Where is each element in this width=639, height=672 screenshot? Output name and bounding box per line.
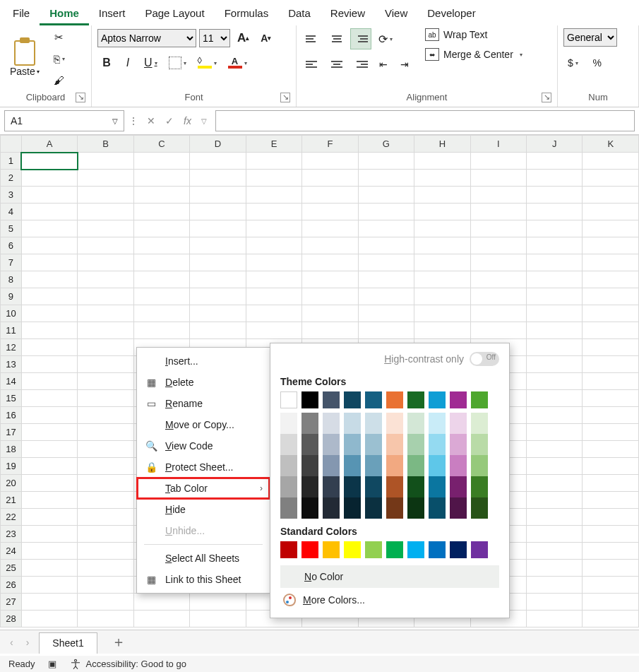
cell[interactable] (358, 220, 414, 237)
color-swatch[interactable] (365, 434, 382, 455)
cell[interactable] (583, 237, 639, 254)
ctx-link-to-sheet[interactable]: ▦Link to this Sheet (137, 569, 270, 590)
row-header[interactable]: 19 (1, 458, 22, 475)
cell[interactable] (78, 170, 133, 187)
row-header[interactable]: 11 (1, 322, 22, 339)
color-swatch[interactable] (344, 391, 361, 408)
cell[interactable] (583, 305, 639, 322)
cell[interactable] (133, 204, 189, 220)
color-swatch[interactable] (301, 434, 318, 455)
accounting-format-button[interactable]: $ (563, 54, 583, 72)
cell[interactable] (527, 220, 583, 237)
cell[interactable] (21, 187, 77, 204)
cell[interactable] (78, 475, 133, 492)
cell[interactable] (527, 526, 583, 543)
border-button[interactable] (165, 54, 191, 72)
cell[interactable] (21, 220, 77, 237)
color-swatch[interactable] (450, 434, 467, 455)
row-header[interactable]: 7 (1, 254, 22, 271)
align-bottom-button[interactable] (350, 28, 371, 49)
cell[interactable] (21, 237, 77, 254)
color-swatch[interactable] (301, 541, 318, 558)
cell[interactable] (527, 577, 583, 594)
cell[interactable] (527, 254, 583, 271)
row-header[interactable]: 17 (1, 424, 22, 441)
cell[interactable] (21, 611, 77, 627)
cell[interactable] (78, 492, 133, 509)
merge-center-button[interactable]: ⬌Merge & Center (425, 48, 522, 61)
cell[interactable] (78, 288, 133, 305)
cell[interactable] (414, 305, 470, 322)
cell[interactable] (133, 254, 189, 271)
cell[interactable] (527, 322, 583, 339)
cell[interactable] (246, 322, 301, 339)
ctx-delete[interactable]: ▦Delete (137, 372, 270, 393)
cell[interactable] (190, 220, 246, 237)
color-swatch[interactable] (301, 476, 318, 497)
column-header[interactable]: B (78, 136, 133, 153)
cell[interactable] (527, 339, 583, 356)
cell[interactable] (358, 153, 414, 170)
cell[interactable] (414, 220, 470, 237)
cell[interactable] (246, 305, 301, 322)
formula-input[interactable] (215, 110, 635, 131)
color-swatch[interactable] (386, 455, 403, 476)
color-swatch[interactable] (301, 497, 318, 519)
cell[interactable] (190, 611, 246, 627)
cell[interactable] (583, 220, 639, 237)
color-swatch[interactable] (429, 434, 446, 455)
cell[interactable] (246, 153, 301, 170)
color-swatch[interactable] (323, 497, 340, 519)
cell[interactable] (78, 594, 133, 611)
cancel-formula-button[interactable]: ✕ (143, 114, 160, 128)
color-swatch[interactable] (344, 541, 361, 558)
cell[interactable] (133, 237, 189, 254)
cell[interactable] (21, 577, 77, 594)
cell[interactable] (358, 288, 414, 305)
row-header[interactable]: 8 (1, 271, 22, 288)
decrease-indent-button[interactable]: ⇤ (374, 55, 393, 73)
cell[interactable] (21, 322, 77, 339)
cell[interactable] (583, 509, 639, 526)
cell[interactable] (358, 237, 414, 254)
cell[interactable] (133, 305, 189, 322)
accessibility-status[interactable]: Accessibility: Good to go (69, 658, 186, 671)
cell[interactable] (78, 356, 133, 373)
number-format-select[interactable]: General (563, 28, 617, 47)
cell[interactable] (527, 475, 583, 492)
more-colors-button[interactable]: More Colors... (280, 588, 499, 612)
cell[interactable] (583, 526, 639, 543)
cell[interactable] (190, 288, 246, 305)
row-header[interactable]: 27 (1, 594, 22, 611)
cell[interactable] (78, 611, 133, 627)
next-sheet-button[interactable]: › (26, 637, 30, 648)
cell[interactable] (133, 170, 189, 187)
ctx-view-code[interactable]: 🔍View Code (137, 435, 270, 456)
cell[interactable] (78, 305, 133, 322)
cell[interactable] (78, 543, 133, 560)
cell[interactable] (358, 170, 414, 187)
cell[interactable] (583, 560, 639, 577)
column-header[interactable]: K (583, 136, 639, 153)
color-swatch[interactable] (280, 455, 297, 476)
prev-sheet-button[interactable]: ‹ (10, 637, 13, 648)
cell[interactable] (583, 254, 639, 271)
color-swatch[interactable] (407, 541, 424, 558)
name-box[interactable]: A1▽ (4, 110, 124, 131)
percent-format-button[interactable]: % (588, 54, 607, 72)
color-swatch[interactable] (323, 476, 340, 497)
cell[interactable] (470, 322, 526, 339)
cell[interactable] (246, 204, 301, 220)
color-swatch[interactable] (450, 391, 467, 408)
cell[interactable] (414, 322, 470, 339)
cell[interactable] (527, 170, 583, 187)
cell[interactable] (583, 187, 639, 204)
color-swatch[interactable] (365, 541, 382, 558)
cell[interactable] (527, 492, 583, 509)
align-center-button[interactable] (326, 54, 347, 75)
tab-file[interactable]: File (3, 3, 40, 25)
select-all-corner[interactable] (1, 136, 22, 153)
fill-color-button[interactable]: ◊ (193, 54, 221, 72)
underline-button[interactable]: U (140, 54, 162, 72)
cell[interactable] (583, 170, 639, 187)
